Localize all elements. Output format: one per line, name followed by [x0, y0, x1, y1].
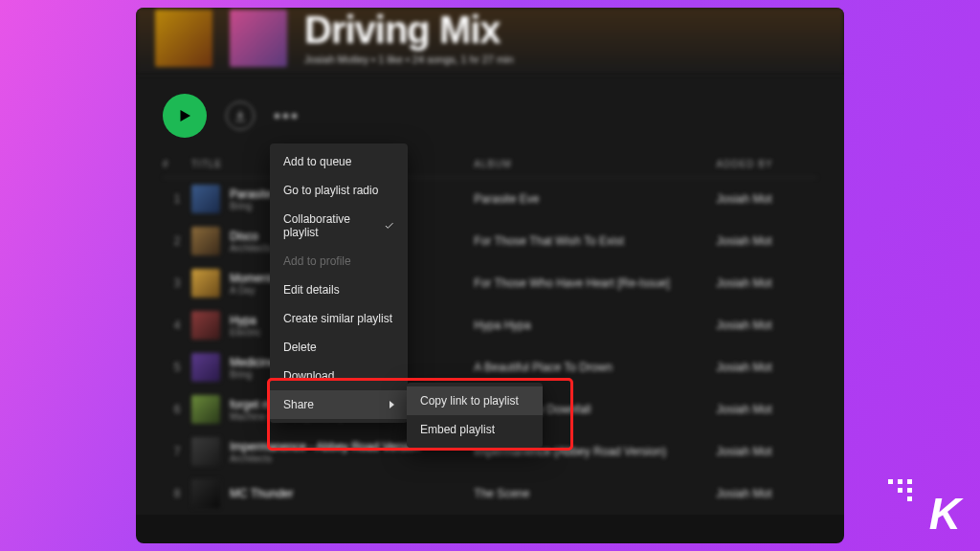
submenu-copy-link[interactable]: Copy link to playlist	[407, 386, 543, 415]
track-artist: Bring	[230, 201, 272, 211]
track-thumb	[191, 353, 220, 382]
cover-art-tile-2	[230, 10, 287, 67]
track-index: 1	[163, 192, 191, 206]
track-added: Josiah Mot	[717, 445, 817, 458]
play-button[interactable]	[163, 94, 207, 138]
submenu-label: Embed playlist	[420, 423, 495, 436]
track-row[interactable]: 8 MC Thunder The Scene Josiah Mot	[163, 473, 817, 515]
ctx-download[interactable]: Download	[270, 362, 408, 390]
track-name: Parasite	[230, 187, 272, 201]
ctx-label: Collaborative playlist	[283, 212, 384, 239]
track-album: The Scene	[474, 487, 716, 500]
track-added: Josiah Mot	[717, 487, 817, 500]
ctx-delete[interactable]: Delete	[270, 333, 408, 362]
track-thumb	[191, 479, 220, 508]
playlist-subtitle: Josiah Motley • 1 like • 24 songs, 1 hr …	[304, 54, 825, 65]
watermark-k-logo: K	[929, 488, 961, 540]
playlist-header: Driving Mix Josiah Motley • 1 like • 24 …	[136, 8, 844, 75]
check-icon	[384, 220, 394, 231]
ctx-add-to-queue[interactable]: Add to queue	[270, 147, 408, 176]
ctx-label: Create similar playlist	[283, 312, 392, 325]
track-added: Josiah Mot	[717, 403, 817, 416]
track-thumb	[191, 395, 220, 424]
download-icon	[234, 109, 247, 122]
track-row[interactable]: 4 HypaElectric Hypa Hypa Josiah Mot	[163, 304, 817, 346]
track-name: Disco	[230, 230, 272, 243]
track-table: # TITLE ALBUM ADDED BY 1 ParasiteBring P…	[136, 151, 844, 515]
track-name: Medicine	[230, 356, 276, 369]
ctx-label: Add to profile	[283, 254, 351, 268]
col-header-added: ADDED BY	[717, 159, 817, 169]
track-thumb	[191, 437, 220, 466]
track-album: A Beautiful Place To Drown	[474, 361, 716, 374]
ctx-add-to-profile: Add to profile	[270, 247, 408, 276]
col-header-num: #	[163, 159, 191, 169]
ctx-label: Add to queue	[283, 155, 351, 168]
more-button[interactable]: •••	[274, 105, 300, 127]
download-button[interactable]	[226, 101, 255, 130]
track-album: For Those Who Have Heart [Re-Issue]	[474, 276, 716, 290]
track-index: 8	[163, 487, 191, 500]
watermark-dots-icon	[888, 479, 913, 501]
table-header: # TITLE ALBUM ADDED BY	[163, 151, 817, 178]
playlist-title: Driving Mix	[304, 9, 825, 52]
track-thumb	[191, 185, 220, 213]
ctx-label: Go to playlist radio	[283, 184, 378, 197]
track-thumb	[191, 269, 220, 298]
track-album: Hypa Hypa	[474, 319, 716, 332]
track-index: 2	[163, 234, 191, 248]
ctx-share[interactable]: Share	[270, 390, 408, 419]
context-menu: Add to queue Go to playlist radio Collab…	[270, 143, 408, 423]
ctx-playlist-radio[interactable]: Go to playlist radio	[270, 176, 408, 205]
submenu-label: Copy link to playlist	[420, 394, 519, 408]
ctx-label: Share	[283, 398, 314, 411]
cover-art-tile-1	[155, 10, 212, 67]
chevron-right-icon	[390, 401, 394, 408]
track-index: 4	[163, 319, 191, 332]
track-name: Impermanence - Abbey Road Version	[230, 440, 420, 453]
track-added: Josiah Mot	[717, 192, 817, 206]
track-index: 6	[163, 403, 191, 416]
track-artist: Architects	[230, 453, 420, 464]
ctx-edit-details[interactable]: Edit details	[270, 276, 408, 304]
ctx-collaborative[interactable]: Collaborative playlist	[270, 205, 408, 247]
track-added: Josiah Mot	[717, 276, 817, 290]
track-row[interactable]: 2 DiscoArchitects For Those That Wish To…	[163, 220, 817, 262]
track-row[interactable]: 3 MomentoA Day For Those Who Have Heart …	[163, 262, 817, 304]
share-submenu: Copy link to playlist Embed playlist	[407, 383, 543, 448]
submenu-embed[interactable]: Embed playlist	[407, 415, 543, 444]
ctx-label: Edit details	[283, 283, 340, 297]
track-row[interactable]: 1 ParasiteBring Parasite Eve Josiah Mot	[163, 178, 817, 220]
track-added: Josiah Mot	[717, 361, 817, 374]
col-header-album: ALBUM	[474, 159, 716, 169]
track-album: For Those That Wish To Exist	[474, 234, 716, 248]
track-name: MC Thunder	[230, 487, 293, 500]
track-added: Josiah Mot	[717, 234, 817, 248]
ctx-create-similar[interactable]: Create similar playlist	[270, 304, 408, 333]
track-thumb	[191, 311, 220, 340]
track-index: 7	[163, 445, 191, 458]
track-name: Hypa	[230, 314, 261, 327]
track-added: Josiah Mot	[717, 319, 817, 332]
track-thumb	[191, 227, 220, 255]
ctx-label: Delete	[283, 341, 317, 354]
action-bar: •••	[136, 75, 844, 151]
ctx-label: Download	[283, 369, 334, 383]
track-artist: Bring	[230, 369, 276, 380]
track-artist: Architects	[230, 243, 272, 253]
track-album: Parasite Eve	[474, 192, 716, 206]
track-index: 3	[163, 276, 191, 290]
play-icon	[176, 107, 193, 124]
track-artist: Electric	[230, 327, 261, 338]
track-index: 5	[163, 361, 191, 374]
spotify-window: Driving Mix Josiah Motley • 1 like • 24 …	[136, 8, 844, 543]
